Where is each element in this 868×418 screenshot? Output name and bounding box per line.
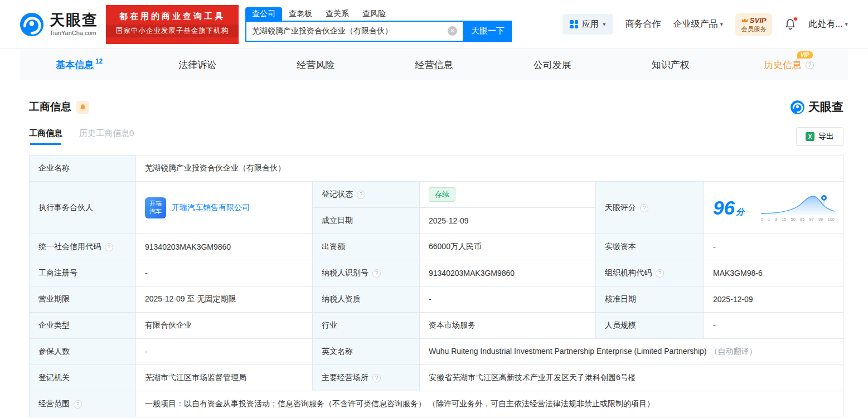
english-name-value: Wuhu Ruiteng Industrial Investment Partn… [420,339,844,365]
search-tab-risk[interactable]: 查风险 [356,7,392,21]
svip-subtitle: 会员服务 [741,25,767,33]
table-row: 经营范围? 一般项目：以自有资金从事投资活动；信息咨询服务（不含许可类信息咨询服… [30,391,844,417]
monitor-bell-icon[interactable] [76,101,89,114]
field-label: 纳税人识别号? [313,260,420,286]
help-icon[interactable]: ? [357,191,365,199]
help-icon[interactable]: ? [372,269,381,278]
table-row: 企业名称 芜湖锐腾产业投资合伙企业（有限合伙） [30,155,844,182]
field-label: 天眼评分? [596,182,704,234]
notifications-bell-icon[interactable] [784,18,796,30]
help-icon[interactable]: ? [806,61,814,69]
field-label: 企业类型 [30,313,136,339]
nav-more-menu[interactable]: 此处有... ▾ [808,18,848,30]
search-button[interactable]: 天眼一下 [464,21,512,42]
search-tabs: 查公司 查老板 查关系 查风险 [245,7,512,21]
field-value: 91340203MAK3GM9860 [136,234,313,260]
promo-banner-line1: 都在用的商业查询工具 [106,11,239,22]
crown-icon [741,18,748,23]
help-icon[interactable]: ? [105,243,113,251]
field-value: 2025-12-09 [704,286,844,313]
field-label: 英文名称 [313,339,420,365]
field-value: - [704,234,844,260]
tab-operating-info[interactable]: 经营信息 [375,49,493,80]
field-label: 行业 [313,313,420,339]
field-value: - [704,313,844,339]
svip-membership-button[interactable]: SVIP 会员服务 [735,13,772,36]
search-tab-boss[interactable]: 查老板 [282,7,319,21]
apps-grid-icon [570,20,578,28]
business-scope-value: 一般项目：以自有资金从事投资活动；信息咨询服务（不含许可类信息咨询服务） （除许… [136,391,844,417]
tianyancha-logo-icon [790,100,805,115]
promo-banner-line2: 国家中小企业发展子基金旗下机构 [106,25,239,37]
notification-dot [794,17,797,21]
tianyan-score-cell: 96分 [704,182,844,234]
field-label: 经营范围? [30,391,136,417]
field-label: 实缴资本 [596,234,704,260]
auto-translate-note: （自动翻译） [710,347,757,356]
field-value: 芜湖市弋江区市场监督管理局 [136,365,313,391]
tab-operating-risk[interactable]: 经营风险 [256,49,375,80]
tianyancha-logo[interactable]: 天眼查 TianYanCha.com [19,12,98,37]
watermark-brand: 天眼查 [790,99,843,115]
registration-status-value: 存续 [420,182,596,208]
subtab-history-info[interactable]: 历史工商信息0 [79,128,134,145]
nav-business-cooperation[interactable]: 商务合作 [625,18,661,30]
table-row: 工商注册号 - 纳税人识别号? 91340203MAK3GM9860 组织机构代… [30,260,844,286]
subtab-current-info[interactable]: 工商信息 [29,128,62,145]
search-tab-company[interactable]: 查公司 [245,7,282,21]
promo-banner: 都在用的商业查询工具 国家中小企业发展子基金旗下机构 [106,5,239,44]
logo-subtitle: TianYanCha.com [50,30,98,36]
tab-history-info[interactable]: 历史信息 VIP ? [730,49,848,80]
section-header: 工商信息 天眼查 [29,99,843,115]
field-label: 登记状态? [313,182,420,208]
field-value: 资本市场服务 [420,313,596,339]
field-value: - [136,260,313,286]
business-info-table: 企业名称 芜湖锐腾产业投资合伙企业（有限合伙） 执行事务合伙人 开瑞 汽车 开瑞… [29,155,844,417]
search-area: 查公司 查老板 查关系 查风险 ✕ 天眼一下 [245,7,512,42]
search-tab-relation[interactable]: 查关系 [319,7,356,21]
table-row: 营业期限 2025-12-09 至 无固定期限 纳税人资质 - 核准日期 202… [30,286,844,313]
score-curve-chart: 0131550859799100 [761,193,835,222]
table-row: 执行事务合伙人 开瑞 汽车 开瑞汽车销售有限公司 登记状态? 存续 天眼评分? … [30,182,844,208]
tianyancha-logo-icon [19,12,45,37]
table-row: 统一社会信用代码? 91340203MAK3GM9860 出资额 66000万人… [30,234,844,260]
field-value: 91340203MAK3GM9860 [420,260,596,286]
table-row: 登记机关 芜湖市弋江区市场监督管理局 主要经营场所? 安徽省芜湖市弋江区高新技术… [30,365,844,391]
vip-badge: VIP [797,51,813,59]
search-box: ✕ [245,21,464,42]
field-value: - [136,339,313,365]
field-label: 执行事务合伙人 [30,182,136,234]
company-detail-tabs: 基本信息 12 法律诉讼 经营风险 经营信息 公司发展 知识产权 历史信息 VI… [20,49,848,80]
field-value: - [420,286,596,313]
field-value: 有限合伙企业 [136,313,313,339]
tab-basic-info-count: 12 [95,57,103,65]
tab-legal-proceedings[interactable]: 法律诉讼 [138,49,256,80]
field-label: 营业期限 [30,286,136,313]
help-icon[interactable]: ? [640,204,648,212]
search-input[interactable] [252,27,448,36]
nav-enterprise-products[interactable]: 企业级产品 ▾ [673,18,724,30]
export-button[interactable]: X 导出 [796,127,843,146]
help-icon[interactable]: ? [656,269,664,278]
company-name-value: 芜湖锐腾产业投资合伙企业（有限合伙） [136,155,844,182]
help-icon[interactable]: ? [74,400,82,409]
clear-search-icon[interactable]: ✕ [448,26,457,36]
field-label: 统一社会信用代码? [30,234,136,260]
tab-company-development[interactable]: 公司发展 [493,49,612,80]
top-header: 天眼查 TianYanCha.com 都在用的商业查询工具 国家中小企业发展子基… [0,0,868,49]
field-label: 出资额 [313,234,420,260]
partner-company-link[interactable]: 开瑞汽车销售有限公司 [172,203,250,213]
field-label: 登记机关 [30,365,136,391]
excel-icon: X [806,132,814,141]
business-info-subtabs: 工商信息 历史工商信息0 X 导出 [29,127,843,146]
tab-intellectual-property[interactable]: 知识产权 [612,49,730,80]
executive-partner-cell: 开瑞 汽车 开瑞汽车销售有限公司 [136,182,313,234]
apps-label: 应用 [582,19,599,30]
status-badge: 存续 [429,187,455,202]
partner-logo: 开瑞 汽车 [145,197,166,218]
svip-title: SVIP [750,16,767,25]
apps-menu-button[interactable]: 应用 ▾ [562,14,613,35]
tab-basic-info[interactable]: 基本信息 12 [20,49,138,80]
logo-title: 天眼查 [50,12,98,29]
help-icon[interactable]: ? [372,374,381,382]
